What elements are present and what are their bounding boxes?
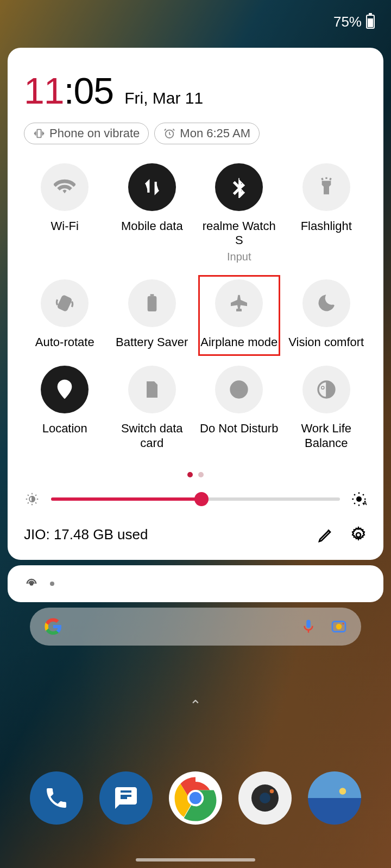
svg-point-22 bbox=[270, 789, 274, 794]
tile-label: Vision comfort bbox=[288, 335, 364, 349]
settings-icon[interactable] bbox=[350, 526, 367, 544]
tile-label: Airplane mode bbox=[200, 335, 278, 349]
tile-label: Flashlight bbox=[301, 219, 352, 233]
clock-hour: 11 bbox=[24, 70, 64, 111]
flashlight-icon bbox=[302, 163, 350, 211]
auto-brightness-icon[interactable]: A bbox=[351, 491, 367, 507]
tile-label: Auto-rotate bbox=[35, 335, 94, 349]
svg-text:A: A bbox=[363, 500, 367, 506]
footer-row: JIO: 17.48 GB used bbox=[24, 526, 367, 544]
svg-point-12 bbox=[356, 533, 361, 537]
tile-label: realme Watch S bbox=[198, 219, 280, 248]
tile-airplane-mode[interactable]: Airplane mode bbox=[198, 275, 280, 356]
tile-vision-comfort[interactable]: Vision comfort bbox=[286, 279, 368, 349]
data-usage-label[interactable]: JIO: 17.48 GB used bbox=[24, 526, 148, 543]
clock-row[interactable]: 11:05 Fri, Mar 11 bbox=[24, 69, 367, 112]
notification-panel[interactable] bbox=[8, 565, 383, 602]
tile-label: Location bbox=[42, 422, 87, 436]
brightness-low-icon bbox=[24, 491, 40, 507]
bluetooth-icon bbox=[215, 163, 263, 211]
alarm-chip[interactable]: Mon 6:25 AM bbox=[154, 123, 260, 144]
vibrate-icon bbox=[33, 127, 45, 139]
tile-work-life-balance[interactable]: Work Life Balance bbox=[286, 366, 368, 450]
clock-time: 11:05 bbox=[24, 69, 113, 112]
battery-icon bbox=[366, 15, 375, 29]
clock-minute: :05 bbox=[64, 70, 114, 111]
footer-actions bbox=[317, 526, 367, 544]
battery-percent: 75% bbox=[333, 14, 362, 30]
vibrate-chip[interactable]: Phone on vibrate bbox=[24, 123, 149, 144]
hotspot-icon bbox=[24, 576, 39, 591]
slider-thumb[interactable] bbox=[194, 492, 209, 506]
page-dot-active bbox=[187, 472, 193, 477]
tile-label: Switch data card bbox=[111, 422, 193, 450]
dnd-icon bbox=[215, 366, 263, 413]
tiles-grid: Wi-Fi Mobile data realme Watch S Input F… bbox=[24, 163, 367, 450]
svg-point-16 bbox=[343, 623, 344, 624]
google-logo-icon bbox=[43, 617, 63, 636]
page-dot bbox=[198, 472, 204, 477]
status-bar: 75% bbox=[0, 0, 391, 43]
battery-indicator: 75% bbox=[333, 14, 375, 30]
svg-point-13 bbox=[30, 583, 33, 585]
tile-battery-saver[interactable]: Battery Saver bbox=[111, 279, 193, 349]
quick-settings-panel: 11:05 Fri, Mar 11 Phone on vibrate Mon 6… bbox=[8, 48, 383, 560]
tile-location[interactable]: Location bbox=[24, 366, 106, 450]
location-icon bbox=[41, 366, 89, 413]
chips-row: Phone on vibrate Mon 6:25 AM bbox=[24, 123, 367, 144]
app-drawer-handle[interactable]: ⌃ bbox=[190, 697, 201, 714]
battery-saver-icon bbox=[128, 279, 176, 327]
clock-date: Fri, Mar 11 bbox=[124, 89, 203, 107]
tile-flashlight[interactable]: Flashlight bbox=[286, 163, 368, 263]
svg-text:1: 1 bbox=[150, 385, 154, 394]
camera-app-icon[interactable] bbox=[238, 771, 292, 825]
page-indicator bbox=[24, 472, 367, 477]
mobile-data-icon bbox=[128, 163, 176, 211]
svg-point-21 bbox=[260, 793, 270, 803]
tile-wifi[interactable]: Wi-Fi bbox=[24, 163, 106, 263]
notification-dot bbox=[50, 582, 54, 586]
tile-label: Work Life Balance bbox=[286, 422, 368, 450]
svg-rect-2 bbox=[58, 296, 72, 311]
tile-label: Wi-Fi bbox=[51, 219, 79, 233]
tile-label: Mobile data bbox=[121, 219, 183, 233]
wifi-icon bbox=[41, 163, 89, 211]
messages-app-icon[interactable] bbox=[99, 771, 153, 825]
svg-point-23 bbox=[339, 788, 346, 795]
tile-bluetooth[interactable]: realme Watch S Input bbox=[198, 163, 280, 263]
svg-rect-0 bbox=[37, 130, 41, 138]
alarm-label: Mon 6:25 AM bbox=[180, 126, 250, 141]
dock bbox=[0, 771, 391, 825]
auto-rotate-icon bbox=[41, 279, 89, 327]
gallery-app-icon[interactable] bbox=[308, 771, 361, 825]
tile-do-not-disturb[interactable]: Do Not Disturb bbox=[198, 366, 280, 450]
tile-mobile-data[interactable]: Mobile data bbox=[111, 163, 193, 263]
svg-point-10 bbox=[356, 496, 362, 502]
edit-icon[interactable] bbox=[317, 526, 335, 544]
work-life-balance-icon bbox=[302, 366, 350, 413]
lens-icon[interactable] bbox=[330, 618, 348, 635]
vibrate-label: Phone on vibrate bbox=[49, 126, 140, 141]
sim-icon: 1 bbox=[128, 366, 176, 413]
airplane-icon bbox=[215, 279, 263, 327]
google-search-bar[interactable] bbox=[30, 608, 361, 646]
moon-icon bbox=[302, 279, 350, 327]
tile-label: Battery Saver bbox=[116, 335, 188, 349]
slider-fill bbox=[51, 497, 201, 501]
svg-point-15 bbox=[336, 624, 342, 630]
phone-app-icon[interactable] bbox=[30, 771, 83, 825]
svg-point-8 bbox=[321, 386, 324, 389]
navigation-handle[interactable] bbox=[136, 858, 255, 861]
mic-icon[interactable] bbox=[300, 618, 317, 635]
chrome-app-icon[interactable] bbox=[169, 771, 222, 825]
brightness-row: A bbox=[24, 491, 367, 507]
tile-label: Do Not Disturb bbox=[200, 422, 278, 436]
alarm-icon bbox=[163, 127, 175, 139]
svg-point-4 bbox=[62, 385, 67, 389]
tile-switch-data-card[interactable]: 1 Switch data card bbox=[111, 366, 193, 450]
brightness-slider[interactable] bbox=[51, 497, 340, 501]
tile-sublabel: Input bbox=[227, 251, 251, 263]
tile-auto-rotate[interactable]: Auto-rotate bbox=[24, 279, 106, 349]
